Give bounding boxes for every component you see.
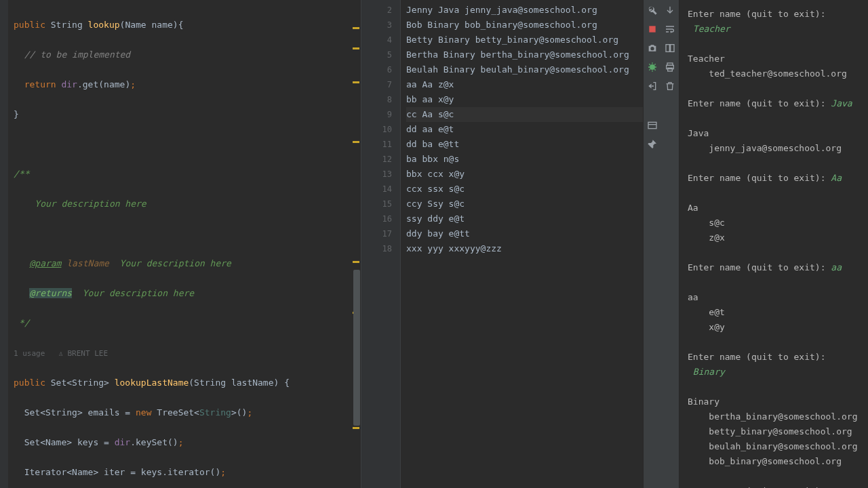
trash-icon[interactable] bbox=[664, 80, 676, 92]
data-line[interactable]: ba bbx n@s bbox=[406, 152, 643, 167]
console-line: Enter name (quit to exit): bbox=[688, 350, 863, 365]
line-number: 10 bbox=[361, 122, 392, 137]
line-number: 13 bbox=[361, 167, 392, 182]
console-line: bob_binary@someschool.org bbox=[688, 454, 863, 469]
wrap-icon[interactable] bbox=[664, 23, 676, 35]
line-number: 6 bbox=[361, 62, 392, 77]
kw-public: public bbox=[14, 20, 45, 30]
console-line: Teacher bbox=[688, 22, 863, 37]
arrow-down-icon[interactable] bbox=[664, 4, 676, 16]
line-number: 18 bbox=[361, 241, 392, 256]
data-line[interactable]: ssy ddy e@t bbox=[406, 211, 643, 226]
console-line: Java bbox=[688, 126, 863, 141]
console-line: Aa bbox=[688, 201, 863, 216]
console-line: ted_teacher@someschool.org bbox=[688, 66, 863, 81]
data-line[interactable]: Beulah Binary beulah_binary@someschool.o… bbox=[406, 62, 643, 77]
line-number: 16 bbox=[361, 211, 392, 226]
console-line: Teacher bbox=[688, 52, 863, 66]
console-line bbox=[688, 380, 863, 394]
data-line[interactable]: xxx yyy xxxyyy@zzz bbox=[406, 241, 643, 256]
layout-icon[interactable] bbox=[646, 119, 658, 131]
code-editor-pane[interactable]: public String lookup(Name name){ // to b… bbox=[0, 0, 361, 488]
console-line bbox=[688, 156, 863, 171]
console-line: x@y bbox=[688, 320, 863, 335]
diff-icon[interactable] bbox=[664, 42, 676, 54]
run-console-output[interactable]: Enter name (quit to exit): TeacherTeache… bbox=[679, 0, 868, 488]
data-line[interactable]: ccy Ssy s@c bbox=[406, 197, 643, 211]
console-line bbox=[688, 275, 863, 290]
svg-rect-4 bbox=[671, 45, 674, 52]
console-line: e@t bbox=[688, 305, 863, 320]
console-line bbox=[688, 37, 863, 52]
console-line: Enter name (quit to exit): bbox=[688, 7, 863, 22]
console-line bbox=[688, 186, 863, 201]
line-number: 15 bbox=[361, 197, 392, 211]
data-line[interactable]: aa Aa z@x bbox=[406, 77, 643, 92]
console-line bbox=[688, 469, 863, 484]
console-line: Enter name (quit to exit): Java bbox=[688, 96, 863, 111]
console-line bbox=[688, 81, 863, 96]
line-number: 17 bbox=[361, 226, 392, 241]
line-number: 2 bbox=[361, 3, 392, 18]
line-number: 4 bbox=[361, 33, 392, 47]
svg-rect-3 bbox=[666, 45, 669, 52]
console-line: s@c bbox=[688, 216, 863, 230]
data-line[interactable]: Betty Binary betty_binary@someschool.org bbox=[406, 33, 643, 47]
editor-content[interactable]: public String lookup(Name name){ // to b… bbox=[0, 0, 361, 488]
stop-icon[interactable] bbox=[646, 23, 658, 35]
svg-rect-2 bbox=[648, 122, 656, 128]
camera-icon[interactable] bbox=[646, 42, 658, 54]
data-content[interactable]: Jenny Java jenny_java@someschool.orgBob … bbox=[401, 0, 643, 488]
console-line bbox=[688, 335, 863, 350]
line-number: 3 bbox=[361, 18, 392, 33]
data-line[interactable]: ccx ssx s@c bbox=[406, 182, 643, 197]
bug-rerun-icon[interactable] bbox=[646, 61, 658, 73]
console-line: beulah_binary@someschool.org bbox=[688, 439, 863, 454]
data-line[interactable]: Bob Binary bob_binary@someschool.org bbox=[406, 18, 643, 33]
line-number: 14 bbox=[361, 182, 392, 197]
console-line: bertha_binary@someschool.org bbox=[688, 409, 863, 424]
pin-icon[interactable] bbox=[646, 138, 658, 150]
console-line: jenny_java@someschool.org bbox=[688, 141, 863, 156]
usages-hint[interactable]: 1 usage ♙ BRENT LEE bbox=[14, 349, 108, 358]
console-line bbox=[688, 111, 863, 126]
line-number: 12 bbox=[361, 152, 392, 167]
editor-scrollbar[interactable] bbox=[353, 270, 360, 426]
data-line[interactable]: Jenny Java jenny_java@someschool.org bbox=[406, 3, 643, 18]
line-number: 8 bbox=[361, 92, 392, 107]
data-file-pane[interactable]: 23456789101112131415161718 Jenny Java je… bbox=[361, 0, 643, 488]
wrench-icon[interactable] bbox=[646, 4, 658, 16]
line-number: 7 bbox=[361, 77, 392, 92]
console-line: Binary bbox=[688, 365, 863, 380]
console-line: Enter name (quit to exit): aa bbox=[688, 260, 863, 275]
line-number: 9 bbox=[361, 107, 392, 122]
line-number: 5 bbox=[361, 47, 392, 62]
console-line: Binary bbox=[688, 394, 863, 409]
data-line[interactable]: dd ba e@tt bbox=[406, 137, 643, 152]
print-icon[interactable] bbox=[664, 61, 676, 73]
exit-icon[interactable] bbox=[646, 80, 658, 92]
console-line: betty_binary@someschool.org bbox=[688, 424, 863, 439]
line-number: 11 bbox=[361, 137, 392, 152]
console-line bbox=[688, 245, 863, 260]
run-toolstrip bbox=[643, 0, 679, 488]
svg-rect-0 bbox=[649, 26, 655, 32]
editor-fold-gutter bbox=[0, 0, 8, 488]
data-line[interactable]: bbx ccx x@y bbox=[406, 167, 643, 182]
console-line: Enter name (quit to exit): bbox=[688, 484, 863, 488]
console-line: aa bbox=[688, 290, 863, 305]
svg-point-1 bbox=[650, 64, 655, 70]
data-line[interactable]: ddy bay e@tt bbox=[406, 226, 643, 241]
data-line[interactable]: Bertha Binary bertha_binary@someschool.o… bbox=[406, 47, 643, 62]
console-line: z@x bbox=[688, 230, 863, 245]
console-line: Enter name (quit to exit): Aa bbox=[688, 171, 863, 186]
data-line[interactable]: dd aa e@t bbox=[406, 122, 643, 137]
data-line[interactable]: cc Aa s@c bbox=[406, 107, 643, 122]
data-line[interactable]: bb aa x@y bbox=[406, 92, 643, 107]
data-line-gutter: 23456789101112131415161718 bbox=[361, 0, 401, 488]
